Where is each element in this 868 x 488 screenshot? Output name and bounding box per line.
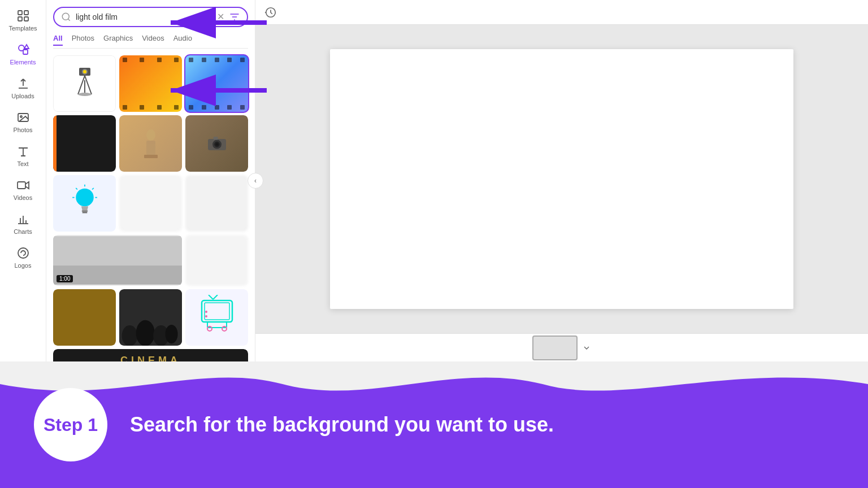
svg-rect-1	[24, 11, 28, 15]
tab-graphics[interactable]: Graphics	[103, 34, 133, 46]
filter-tabs: All Photos Graphics Videos Audio	[53, 34, 248, 49]
sidebar-item-uploads[interactable]: Uploads	[3, 72, 43, 104]
filter-icon[interactable]	[229, 11, 240, 23]
sidebar-item-elements[interactable]: Elements	[3, 38, 43, 70]
tab-videos[interactable]: Videos	[142, 34, 164, 46]
svg-line-16	[85, 76, 92, 94]
sidebar-item-label: Videos	[14, 194, 32, 201]
svg-point-11	[62, 13, 69, 20]
tripod-image	[53, 55, 116, 112]
sidebar-item-charts[interactable]: Charts	[3, 208, 43, 239]
clear-button[interactable]: ✕	[217, 12, 224, 21]
gray-image-3	[185, 235, 248, 286]
sidebar-item-label: Uploads	[11, 93, 34, 99]
search-icon	[61, 12, 71, 22]
svg-point-52	[205, 315, 207, 317]
svg-rect-29	[82, 212, 87, 213]
sidebar-item-logos[interactable]: Logos	[3, 242, 43, 273]
tab-audio[interactable]: Audio	[173, 34, 192, 46]
sidebar-item-photos[interactable]: Photos	[3, 106, 43, 138]
shapes-icon	[16, 43, 30, 56]
tripod-icon	[71, 63, 98, 104]
list-item[interactable]	[185, 55, 248, 112]
svg-rect-36	[53, 236, 182, 265]
camera-table-image	[185, 115, 248, 172]
svg-line-45	[213, 295, 218, 299]
sidebar-item-label: Photos	[13, 127, 32, 133]
list-item[interactable]	[119, 289, 182, 346]
svg-point-14	[83, 70, 86, 73]
svg-point-8	[20, 116, 22, 117]
list-item[interactable]	[53, 175, 116, 232]
search-panel: ✕ All Photos Graphics Videos Audio	[46, 0, 255, 378]
list-item[interactable]	[53, 55, 116, 112]
svg-rect-21	[144, 155, 158, 158]
sidebar-nav: Templates Elements Uploads Photos	[0, 0, 46, 361]
landscape-image: 1:00 1:00	[53, 235, 182, 286]
svg-rect-28	[81, 210, 88, 212]
canvas-white-area	[330, 49, 793, 309]
canvas-bottom-bar	[255, 333, 868, 361]
search-panel-wrapper: ✕ All Photos Graphics Videos Audio	[46, 0, 255, 361]
bottom-section: Step 1 Search for the background you wan…	[0, 361, 868, 488]
svg-marker-6	[24, 45, 29, 49]
list-item[interactable]	[53, 115, 116, 172]
svg-rect-47	[205, 303, 229, 320]
svg-point-43	[165, 325, 177, 343]
brown-image	[53, 289, 116, 346]
lightbulb-icon	[71, 184, 99, 223]
svg-rect-5	[23, 50, 28, 54]
panel-collapse-button[interactable]: ‹	[248, 173, 263, 189]
step-number: Step 1	[44, 415, 98, 435]
list-item[interactable]	[185, 115, 248, 172]
list-item[interactable]	[185, 289, 248, 346]
video-icon	[16, 178, 30, 192]
list-item[interactable]	[119, 115, 182, 172]
step-description: Search for the background you want to us…	[130, 413, 554, 437]
list-item[interactable]	[53, 289, 116, 346]
thumbnail-item[interactable]	[532, 336, 578, 360]
tv-icon	[197, 295, 237, 340]
svg-point-51	[205, 311, 207, 313]
svg-point-41	[136, 320, 155, 346]
chevron-down-icon[interactable]	[582, 343, 591, 352]
svg-point-40	[122, 325, 138, 346]
canvas-area	[255, 0, 868, 361]
svg-line-32	[76, 188, 77, 190]
list-item[interactable]: 1:00 1:00	[53, 235, 182, 286]
tab-all[interactable]: All	[53, 34, 63, 46]
sidebar-item-label: Logos	[15, 262, 32, 269]
svg-rect-20	[146, 141, 155, 155]
step-circle: Step 1	[34, 388, 107, 461]
dark-street-image	[53, 115, 116, 172]
svg-line-44	[209, 295, 213, 299]
sidebar-item-templates[interactable]: Templates	[3, 5, 43, 36]
svg-rect-2	[18, 17, 22, 21]
history-icon[interactable]	[264, 6, 277, 19]
svg-point-18	[78, 93, 92, 96]
list-item[interactable]	[119, 55, 182, 112]
film-orange-image	[119, 55, 182, 112]
sidebar-item-text[interactable]: Text	[3, 140, 43, 172]
svg-line-31	[92, 188, 94, 190]
sidebar-item-videos[interactable]: Videos	[3, 174, 43, 206]
grid-icon	[16, 9, 30, 23]
crowd-svg	[119, 289, 182, 346]
sidebar-item-label: Charts	[14, 228, 32, 235]
text-icon	[16, 145, 30, 158]
tab-photos[interactable]: Photos	[72, 34, 94, 46]
gray-image-2	[185, 175, 248, 232]
search-input[interactable]	[76, 12, 212, 21]
statue-icon	[140, 127, 162, 160]
sidebar-item-label: Templates	[8, 25, 37, 32]
search-bar: ✕	[53, 7, 248, 27]
list-item[interactable]	[119, 175, 182, 232]
svg-point-27	[76, 189, 94, 207]
list-item[interactable]	[185, 175, 248, 232]
svg-point-10	[18, 248, 28, 258]
upload-icon	[16, 77, 30, 90]
canvas-content	[255, 25, 868, 333]
list-item[interactable]	[185, 235, 248, 286]
svg-rect-0	[18, 11, 22, 15]
svg-rect-9	[18, 182, 25, 189]
